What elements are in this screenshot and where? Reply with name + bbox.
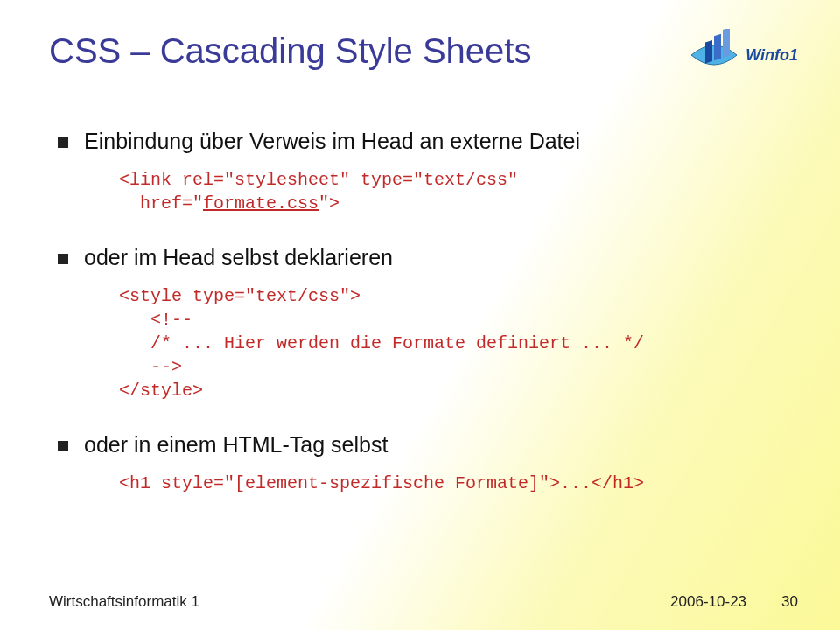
code-line: <style type="text/css"> <box>119 286 360 306</box>
slide-body: Einbindung über Verweis im Head an exter… <box>49 95 798 495</box>
bullet-item: oder im Head selbst deklarieren <box>58 245 798 270</box>
logo: Winfo1 <box>684 24 798 86</box>
svg-rect-2 <box>723 29 730 58</box>
bullet-marker-icon <box>58 137 68 148</box>
code-line: <link rel="stylesheet" type="text/css" <box>119 170 518 190</box>
code-line: "> <box>318 193 340 214</box>
code-block: <link rel="stylesheet" type="text/css" h… <box>119 168 798 215</box>
code-line: <!-- <box>119 310 192 330</box>
code-line: --> <box>119 357 182 377</box>
code-line: /* ... Hier werden die Formate definiert… <box>119 333 644 354</box>
footer-date: 2006-10-23 <box>670 593 746 611</box>
footer: Wirtschaftsinformatik 1 2006-10-23 30 <box>49 584 798 611</box>
logo-icon <box>688 29 740 81</box>
code-line: href=" <box>119 193 203 214</box>
code-line: <h1 style="[element-spezifische Formate]… <box>119 473 644 494</box>
footer-divider <box>49 584 798 584</box>
svg-rect-0 <box>705 40 712 64</box>
bullet-text: oder im Head selbst deklarieren <box>84 245 393 270</box>
slide: CSS – Cascading Style Sheets Winfo1 Einb… <box>0 0 840 630</box>
bullet-text: oder in einem HTML-Tag selbst <box>84 432 388 458</box>
code-block: <h1 style="[element-spezifische Formate]… <box>119 472 798 495</box>
footer-page-number: 30 <box>781 593 798 611</box>
footer-course: Wirtschaftsinformatik 1 <box>49 593 670 611</box>
code-filename: formate.css <box>203 193 318 214</box>
bullet-marker-icon <box>58 254 68 264</box>
bullet-item: Einbindung über Verweis im Head an exter… <box>58 129 798 154</box>
bullet-marker-icon <box>58 441 68 452</box>
bullet-item: oder in einem HTML-Tag selbst <box>58 432 798 458</box>
code-block: <style type="text/css"> <!-- /* ... Hier… <box>119 284 798 402</box>
code-line: </style> <box>119 381 203 401</box>
svg-rect-1 <box>714 34 721 61</box>
footer-row: Wirtschaftsinformatik 1 2006-10-23 30 <box>49 593 798 611</box>
bullet-text: Einbindung über Verweis im Head an exter… <box>84 129 580 154</box>
header: CSS – Cascading Style Sheets Winfo1 <box>49 24 798 86</box>
logo-text: Winfo1 <box>746 46 798 65</box>
slide-title: CSS – Cascading Style Sheets <box>49 24 531 71</box>
